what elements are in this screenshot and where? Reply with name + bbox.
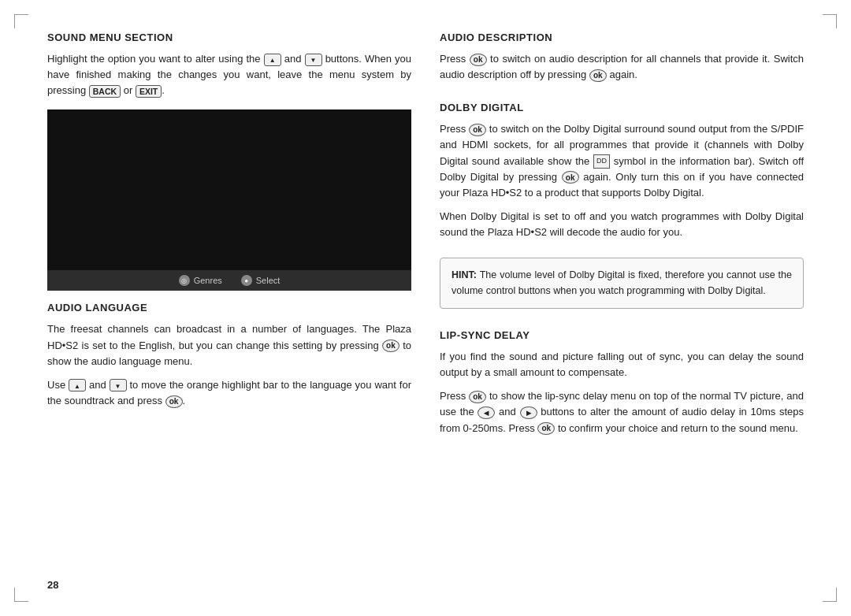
dolby-digital-section: DOLBY DIGITAL Press ok to switch on the … bbox=[440, 102, 804, 251]
lip-sync-title: LIP-SYNC DELAY bbox=[440, 329, 804, 341]
audio-description-title: AUDIO DESCRIPTION bbox=[440, 32, 804, 43]
audio-language-section: AUDIO LANGUAGE The freesat channels can … bbox=[47, 302, 411, 420]
tv-screen: ◎ Genres ● Select bbox=[47, 109, 411, 291]
tv-bar: ◎ Genres ● Select bbox=[47, 270, 411, 291]
corner-mark-br bbox=[823, 588, 837, 602]
ok-button-audio-desc: ok bbox=[470, 54, 487, 66]
down-button bbox=[305, 54, 322, 66]
ok-button-dolby-off: ok bbox=[562, 171, 579, 184]
corner-mark-tl bbox=[14, 14, 28, 28]
dolby-digital-body: Press ok to switch on the Dolby Digital … bbox=[440, 121, 804, 240]
left-button-lipsync bbox=[478, 406, 495, 419]
lip-sync-body: If you find the sound and picture fallin… bbox=[440, 349, 804, 436]
genres-icon: ◎ bbox=[179, 275, 190, 286]
right-button-lipsync bbox=[520, 406, 537, 419]
corner-mark-bl bbox=[14, 588, 28, 602]
ok-button-audio-desc-off: ok bbox=[589, 69, 607, 82]
tv-bar-select: ● Select bbox=[241, 275, 281, 286]
dolby-digital-title: DOLBY DIGITAL bbox=[440, 102, 804, 113]
right-column: AUDIO DESCRIPTION Press ok to switch on … bbox=[440, 32, 804, 584]
dd-symbol: DD bbox=[593, 154, 610, 169]
ok-button-dolby: ok bbox=[469, 124, 486, 136]
up-button-lang bbox=[69, 379, 86, 391]
hint-box: HINT: The volume level of Dolby Digital … bbox=[440, 258, 804, 309]
select-icon: ● bbox=[241, 275, 252, 286]
hint-label: HINT: bbox=[452, 269, 477, 280]
ok-button-lang: ok bbox=[382, 340, 399, 352]
sound-menu-body: Highlight the option you want to alter u… bbox=[47, 51, 411, 98]
ok-button-lipsync: ok bbox=[469, 391, 486, 403]
audio-description-body: Press ok to switch on audio description … bbox=[440, 51, 804, 83]
audio-language-title: AUDIO LANGUAGE bbox=[47, 302, 411, 314]
audio-language-body: The freesat channels can broadcast in a … bbox=[47, 321, 411, 409]
page-number: 28 bbox=[47, 579, 58, 591]
hint-text: HINT: The volume level of Dolby Digital … bbox=[452, 268, 792, 299]
corner-mark-tr bbox=[823, 14, 837, 28]
lip-sync-section: LIP-SYNC DELAY If you find the sound and… bbox=[440, 329, 804, 447]
down-button-lang bbox=[110, 379, 127, 391]
up-button bbox=[264, 54, 281, 66]
exit-button: EXIT bbox=[136, 85, 162, 98]
tv-bar-genres: ◎ Genres bbox=[179, 275, 222, 286]
ok-button-confirm: ok bbox=[165, 395, 183, 408]
sound-menu-title: SOUND MENU SECTION bbox=[47, 32, 411, 43]
audio-description-section: AUDIO DESCRIPTION Press ok to switch on … bbox=[440, 32, 804, 94]
sound-menu-section: SOUND MENU SECTION Highlight the option … bbox=[47, 32, 411, 109]
back-button: BACK bbox=[89, 85, 121, 98]
ok-button-lipsync-confirm: ok bbox=[537, 422, 555, 435]
left-column: SOUND MENU SECTION Highlight the option … bbox=[47, 32, 411, 584]
